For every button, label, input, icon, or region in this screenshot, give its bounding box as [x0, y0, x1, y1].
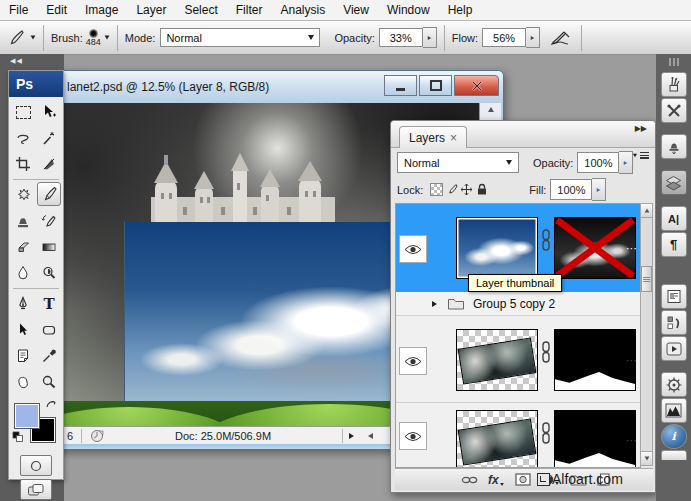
animation-panel-icon[interactable] [661, 310, 687, 335]
panel-menu-icon[interactable] [632, 152, 649, 159]
layer-mask-thumbnail-disabled[interactable] [554, 217, 636, 279]
layer-opacity-spinner[interactable] [619, 151, 633, 174]
scrollbar-thumb[interactable] [641, 266, 652, 292]
healing-brush-tool[interactable] [11, 182, 37, 208]
maximize-button[interactable] [419, 75, 452, 96]
doc-size-status[interactable]: Doc: 25.0M/506.9M [104, 430, 342, 442]
hand-tool[interactable] [10, 369, 36, 395]
type-tool[interactable]: T [36, 291, 62, 317]
active-tool-icon[interactable] [6, 29, 36, 47]
navigator-panel-icon[interactable] [661, 372, 687, 397]
group-row[interactable]: Group 5 copy 2 [396, 292, 640, 316]
zoom-tool[interactable] [36, 369, 62, 395]
swap-colors-icon[interactable] [45, 399, 58, 411]
layer-row[interactable]: ⋯ [396, 404, 640, 467]
mode-select[interactable]: Normal [160, 28, 320, 47]
lock-pixels-icon[interactable] [444, 182, 459, 197]
layer-thumbnail[interactable] [456, 217, 538, 279]
brushes-panel-icon[interactable] [661, 72, 687, 97]
add-layer-mask-icon[interactable] [515, 473, 531, 486]
layer-visibility-toggle[interactable] [399, 235, 427, 263]
layers-scrollbar[interactable] [640, 203, 653, 466]
layer-mask-link-icon[interactable] [541, 341, 551, 363]
eyedropper-tool[interactable] [36, 343, 62, 369]
layer-mask-link-icon[interactable] [541, 422, 551, 444]
layers-tab[interactable]: Layers × [399, 126, 467, 148]
lasso-tool[interactable] [10, 125, 36, 151]
magic-wand-tool[interactable] [36, 125, 62, 151]
gradient-tool[interactable] [36, 234, 62, 260]
menu-window[interactable]: Window [378, 0, 439, 20]
foreground-color-swatch[interactable] [14, 403, 40, 429]
layer-fill-input[interactable]: 100% [550, 179, 592, 200]
flow-input[interactable]: 56% [482, 28, 526, 47]
lock-all-icon[interactable] [474, 182, 489, 197]
airbrush-icon[interactable] [550, 30, 574, 46]
path-selection-tool[interactable] [10, 317, 36, 343]
default-colors-icon[interactable] [12, 431, 24, 443]
scroll-up-icon[interactable] [641, 204, 652, 218]
move-tool[interactable] [36, 99, 62, 125]
layer-visibility-toggle[interactable] [399, 422, 427, 450]
menu-image[interactable]: Image [76, 0, 127, 20]
menu-edit[interactable]: Edit [37, 0, 76, 20]
menu-select[interactable]: Select [175, 0, 226, 20]
layer-options-dots[interactable]: ⋯ [626, 434, 638, 447]
flow-spinner[interactable] [526, 27, 540, 48]
menu-filter[interactable]: Filter [227, 0, 272, 20]
layer-fill-spinner[interactable] [592, 178, 606, 201]
slice-tool[interactable] [36, 151, 62, 177]
layer-options-dots[interactable]: ⋯ [626, 354, 638, 367]
tool-presets-panel-icon[interactable] [661, 98, 687, 123]
layer-mask-thumbnail[interactable] [554, 329, 636, 391]
blend-mode-select[interactable]: Normal [397, 152, 519, 173]
layer-opacity-input[interactable]: 100% [577, 152, 619, 173]
menu-help[interactable]: Help [439, 0, 482, 20]
lock-transparency-icon[interactable] [429, 182, 444, 197]
menu-analysis[interactable]: Analysis [271, 0, 334, 20]
notes-tool[interactable] [10, 343, 36, 369]
group-name[interactable]: Group 5 copy 2 [473, 297, 555, 311]
layer-options-dots[interactable]: ⋯ [626, 242, 638, 255]
link-layers-icon[interactable] [461, 475, 478, 485]
menu-view[interactable]: View [334, 0, 378, 20]
quick-mask-button[interactable] [20, 455, 52, 476]
brush-dropdown-icon[interactable] [104, 36, 109, 40]
layer-mask-link-icon[interactable] [541, 229, 551, 251]
status-menu-arrow[interactable] [342, 429, 360, 443]
scroll-down-icon[interactable] [641, 451, 652, 465]
partial-panel-icon[interactable] [661, 450, 687, 460]
paragraph-panel-icon[interactable]: ¶ [661, 232, 687, 257]
group-expand-icon[interactable] [432, 301, 437, 307]
character-panel-icon[interactable]: A| [661, 206, 687, 231]
menu-file[interactable]: File [0, 0, 37, 20]
brush-tool-selected[interactable] [37, 182, 61, 206]
pen-tool[interactable] [10, 291, 36, 317]
blur-tool[interactable] [10, 260, 36, 286]
opacity-spinner[interactable] [423, 27, 437, 48]
brush-preview[interactable]: 484 [86, 29, 101, 47]
collapse-dock-icon[interactable]: ◀◀ [10, 57, 23, 65]
close-button[interactable] [454, 75, 499, 96]
layer-visibility-toggle[interactable] [399, 347, 427, 375]
screen-mode-button[interactable] [20, 479, 52, 500]
lock-position-icon[interactable] [459, 182, 474, 197]
layer-mask-thumbnail[interactable] [554, 410, 636, 467]
dock-grip-handle[interactable] [667, 58, 681, 66]
clone-stamp-tool[interactable] [10, 208, 36, 234]
photoshop-logo[interactable]: Ps [9, 71, 63, 97]
history-brush-tool[interactable] [36, 208, 62, 234]
layers-panel-header[interactable]: Layers × ▶▶ [391, 121, 655, 148]
eraser-tool[interactable] [10, 234, 36, 260]
actions-panel-icon[interactable] [661, 336, 687, 361]
layer-comps-panel-icon[interactable] [661, 284, 687, 309]
menu-layer[interactable]: Layer [127, 0, 175, 20]
rounded-rectangle-shape-tool[interactable] [36, 317, 62, 343]
layer-thumbnail[interactable] [456, 410, 538, 467]
layers-tab-close-icon[interactable]: × [450, 131, 457, 145]
clone-source-panel-icon[interactable] [661, 134, 687, 159]
styles-panel-icon[interactable] [661, 170, 687, 195]
layer-thumbnail[interactable] [456, 329, 538, 391]
hscroll-left-arrow[interactable] [360, 433, 381, 439]
marquee-tool[interactable] [10, 99, 36, 125]
